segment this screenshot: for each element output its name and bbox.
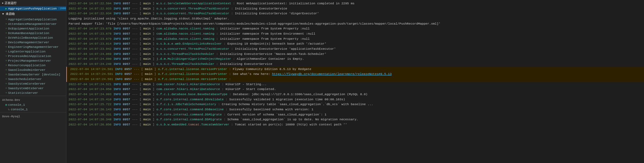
divider	[0, 96, 66, 96]
app-name: SaasCloudAdminServer	[8, 68, 45, 72]
sidebar-item-console-1[interactable]: ⊞ console_1	[0, 102, 66, 107]
app-icon: ○	[5, 87, 7, 90]
app-name: ProjectManagementServer	[8, 59, 51, 62]
running-label: 正在运行	[5, 1, 17, 5]
app-name: DcEquipmentApplication	[8, 27, 49, 30]
flyway-link[interactable]: https://flywaydb.org/documentation/learn…	[272, 72, 392, 76]
log-entry-3: 2022-07-04 14:07:23.814 INFO 8957 --- [ …	[66, 41, 644, 46]
active-app-name: AggregationPushApplication	[8, 7, 57, 10]
log-line-parsed: Parsed mapper file: 'file [/Users/han/My…	[66, 21, 644, 26]
sidebar-item-process-admin[interactable]: ○ ProcessAdminApplication	[0, 54, 66, 58]
sidebar-item-resources[interactable]: ○ ResourcesApplication	[0, 63, 66, 68]
app-name: StatisticsServer	[8, 91, 38, 95]
log-entry-6: 2022-07-04 14:07:24.080 INFO 8957 --- [ …	[66, 56, 644, 62]
active-app-item[interactable]: ▶ AggregationPushApplication :10800/	[0, 6, 66, 11]
app-name: ProcessAdminApplication	[8, 54, 51, 58]
app-icon: ○	[5, 55, 7, 58]
app-icon: ○	[5, 50, 7, 53]
log-entry-hikari-2: 2022-07-04 14:07:24.950 INFO 8957 --- [ …	[66, 87, 644, 92]
app-name: DcVehicleBaseApplication	[8, 36, 53, 39]
sidebar-item-engineering[interactable]: ○ EngineeringManagementServer	[0, 45, 66, 49]
sidebar-item-attendance[interactable]: ○ AttendanceManagementServer	[0, 22, 66, 26]
sidebar-item-device-mgmt[interactable]: ○ DeviceManagementServer	[0, 40, 66, 45]
sidebar-item-dc-vehicle[interactable]: ○ DcVehicleBaseApplication	[0, 35, 66, 40]
app-name: LogCenterApplication	[8, 50, 45, 53]
sidebar-item-saas-gateway[interactable]: ○ SaasGatewayServer [devtools]	[0, 72, 66, 77]
log-entry-tomcat: 2022-07-04 14:07:26.056 INFO 8957 --- [ …	[66, 122, 644, 127]
log-line-plain-3: 2022-07-04 14:07:22.934 INFO 8957 --- [ …	[66, 11, 644, 16]
sidebar-item-project-mgmt[interactable]: ○ ProjectManagementServer	[0, 58, 66, 63]
log-entry-5: 2022-07-04 14:07:24.069 INFO 8957 --- [ …	[66, 52, 644, 57]
app-name: SaasScheduleServer	[8, 77, 42, 81]
not-started-section[interactable]: ▼ 未启动	[0, 11, 66, 17]
group-label: Athena-Dev	[2, 98, 20, 102]
log-entry-0: 2022-07-04 14:07:23.678 INFO 8957 --- [ …	[66, 26, 644, 31]
log-entry-baseline: 2022-07-04 14:07:26.143 INFO 8957 --- [ …	[66, 107, 644, 112]
app-name: ResourcesApplication	[8, 64, 45, 67]
log-entry-1: 2022-07-04 14:07:23.678 INFO 8957 --- [ …	[66, 31, 644, 36]
app-icon: ○	[5, 18, 7, 21]
sidebar-item-statistics[interactable]: ○ StatisticsServer	[0, 91, 66, 95]
sidebar: ▶ 正在运行 ▶ AggregationPushApplication :108…	[0, 0, 66, 163]
app-name: AttendanceManagementServer	[8, 22, 57, 26]
sub-arrow-icon: ↳	[8, 108, 10, 111]
log-entry-flyway-3: 2022-07-04 14:07:24.501 INFO 8957 --- [ …	[68, 77, 644, 82]
sidebar-item-aggregation-data[interactable]: ○ AggregationDataApplication	[0, 17, 66, 22]
log-entry-migrate-1: 2022-07-04 14:07:26.331 INFO 8957 --- [ …	[66, 112, 644, 117]
app-name: EngineeringManagementServer	[8, 45, 58, 49]
mysql-group: Dove-Mysql	[0, 114, 66, 119]
sidebar-item-saas-cloud-admin[interactable]: ○ SaasCloudAdminServer	[0, 68, 66, 72]
app-icon: ○	[5, 91, 7, 94]
log-output[interactable]: 2022-07-04 14:07:22.594 INFO 8957 --- [ …	[66, 0, 644, 163]
not-started-label: ▼ 未启动	[2, 12, 15, 16]
mysql-group-label: Dove-Mysql	[2, 115, 20, 118]
main-panel: 2022-07-04 14:07:22.594 INFO 8957 --- [ …	[66, 0, 644, 163]
running-section[interactable]: ▶ 正在运行	[0, 0, 66, 6]
app-icon: ○	[5, 73, 7, 76]
app-icon: ○	[5, 45, 7, 48]
sidebar-item-log-center[interactable]: ○ LogCenterApplication	[0, 49, 66, 54]
app-icon: ○	[5, 41, 7, 44]
app-icon: ○	[5, 32, 7, 35]
log-entry-2: 2022-07-04 14:07:23.679 INFO 8957 --- [ …	[66, 36, 644, 42]
log-entry-flyway-1: 2022-07-04 14:07:24.501 INFO 8957 --- [ …	[68, 67, 644, 72]
log-line-adapter: Logging initialized using 'class org.apa…	[66, 16, 644, 21]
app-icon: ○	[5, 27, 7, 30]
app-icon: ○	[5, 36, 7, 39]
sidebar-item-saas-system-core[interactable]: ○ SaasSystemCoreServer	[0, 81, 66, 86]
run-icon: ▶	[5, 7, 7, 10]
console-label: console_1	[8, 103, 25, 107]
app-name: SaasSystemDtsServer	[8, 87, 44, 90]
app-icon: ○	[5, 64, 7, 67]
athena-dev-group: Athena-Dev	[0, 98, 66, 102]
app-name: SaasGatewayServer [devtools]	[8, 73, 60, 76]
app-name: DcHumanBaseApplication	[8, 31, 49, 35]
log-entry-flyway-2: 2022-07-04 14:07:24.501 INFO 8957 --- [ …	[68, 72, 644, 77]
log-entry-hikari-1: 2022-07-04 14:07:24.521 INFO 8957 --- [ …	[66, 82, 644, 87]
log-line-plain-1: 2022-07-04 14:07:22.594 INFO 8957 --- [ …	[66, 1, 644, 6]
sidebar-sub-console-1[interactable]: ↳ console_1	[0, 107, 66, 112]
app-name: AggregationDataApplication	[8, 18, 57, 21]
log-entry-7: 2022-07-04 14:07:24.240 INFO 8957 --- [ …	[66, 62, 644, 67]
app-icon: ○	[5, 68, 7, 71]
app-icon: ○	[5, 78, 7, 81]
log-entry-schema-history: 2022-07-04 14:07:25.722 INFO 8957 --- [ …	[66, 102, 644, 107]
app-name: DeviceManagementServer	[8, 41, 49, 44]
app-name: SaasSystemCoreServer	[8, 82, 45, 85]
active-app-port: :10800/	[58, 7, 66, 10]
log-entry-validate: 2022-07-04 14:07:25.410 INFO 8957 --- [ …	[66, 97, 644, 102]
terminal-icon: ⊞	[5, 103, 7, 107]
divider2	[0, 112, 66, 112]
log-line-plain-2: 2022-07-04 14:07:22.933 INFO 8957 --- [ …	[66, 6, 644, 11]
app-icon: ○	[5, 82, 7, 85]
log-entry-4: 2022-07-04 14:07:23.942 INFO 8957 --- [ …	[66, 46, 644, 52]
log-entry-db-type: 2022-07-04 14:07:24.993 INFO 8957 --- [ …	[66, 92, 644, 97]
app-icon: ○	[5, 59, 7, 62]
log-entry-migrate-2: 2022-07-04 14:07:26.348 INFO 8957 --- [ …	[66, 117, 644, 122]
sidebar-item-saas-system-dts[interactable]: ○ SaasSystemDtsServer	[0, 86, 66, 91]
app-icon: ○	[5, 22, 7, 25]
sidebar-item-saas-schedule[interactable]: ○ SaasScheduleServer	[0, 77, 66, 81]
sub-console-label: console_1	[11, 108, 28, 111]
sidebar-item-dc-equipment[interactable]: ○ DcEquipmentApplication	[0, 26, 66, 31]
sidebar-item-dc-human[interactable]: ○ DcHumanBaseApplication	[0, 31, 66, 35]
